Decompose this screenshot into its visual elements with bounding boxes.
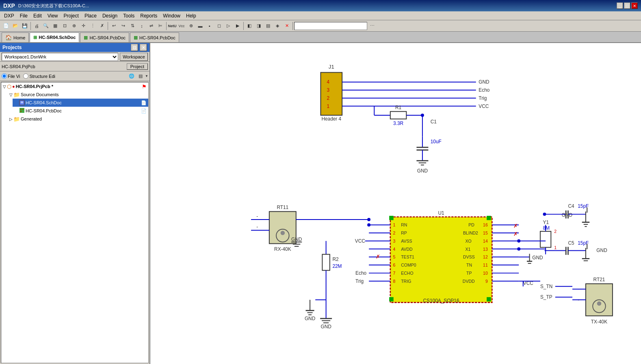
tree-item-source-docs[interactable]: ▽ 📁 Source Documents: [7, 90, 148, 99]
open-button[interactable]: 📂: [11, 22, 20, 30]
svg-text:9: 9: [485, 279, 488, 284]
layers-button[interactable]: ▦: [51, 22, 60, 30]
save-button[interactable]: 💾: [20, 22, 29, 30]
workspace-button[interactable]: Workspace: [120, 53, 148, 61]
print-button[interactable]: 🖨: [32, 22, 41, 30]
toolbar-sep-4: [243, 22, 244, 30]
tree-area: ▽ ⬡ ● HC-SR04.PrjPcb * ⚑ ▽ 📁 Source Docu…: [1, 82, 149, 363]
distribute-button[interactable]: ⊨: [156, 22, 165, 30]
menu-place[interactable]: Place: [82, 13, 99, 19]
left-panel: Projects ⊡ ✕ Workspace1.DsnWrk Workspace…: [0, 43, 150, 364]
minimize-button[interactable]: _: [617, 2, 623, 9]
structure-view-radio[interactable]: Structure Edi: [23, 73, 55, 79]
flip-v-button[interactable]: ↕: [137, 22, 146, 30]
menu-edit[interactable]: Edit: [31, 13, 44, 19]
bus-button[interactable]: ▬: [196, 22, 205, 30]
svg-text:13: 13: [483, 247, 488, 252]
expand-source[interactable]: ▽: [9, 93, 13, 97]
zoom-button[interactable]: 🔍: [41, 22, 50, 30]
svg-text:1: 1: [554, 245, 557, 250]
power-button[interactable]: ⊕: [186, 22, 195, 30]
svg-point-179: [517, 248, 520, 251]
file-view-radio[interactable]: File Vi: [2, 73, 20, 79]
new-button[interactable]: 📄: [2, 22, 11, 30]
svg-rect-53: [389, 216, 394, 220]
svg-text:-: -: [256, 213, 258, 219]
menu-dxp[interactable]: DXP: [2, 13, 17, 19]
inspect-button[interactable]: ⊕: [69, 22, 78, 30]
zoom-input[interactable]: [294, 22, 367, 30]
crosshair-button[interactable]: ✛: [79, 22, 88, 30]
netlist-button[interactable]: NetU: [168, 22, 177, 30]
view-icon-1[interactable]: 🌐: [128, 72, 136, 80]
tab-home[interactable]: 🏠 Home: [2, 32, 29, 42]
hier2-button[interactable]: ▶: [233, 22, 242, 30]
expand-generated[interactable]: ▷: [9, 117, 13, 121]
tool3-button[interactable]: ▤: [264, 22, 273, 30]
tab-pcbdoc-2-label: HC-SR04.PcbDoc: [139, 35, 175, 40]
svg-text:S_TN: S_TN: [540, 284, 552, 289]
tool4-button[interactable]: ◈: [273, 22, 282, 30]
tab-pcbdoc-2[interactable]: ▦ HC-SR04.PcbDoc: [130, 32, 179, 42]
project-bar: Project: [0, 62, 149, 71]
workspace-select[interactable]: Workspace1.DsnWrk: [2, 53, 118, 61]
project-button[interactable]: Project: [127, 63, 148, 70]
tree-item-schdoc[interactable]: HC-SR04.SchDoc 📄: [13, 99, 148, 107]
panel-close-button[interactable]: ✕: [140, 44, 147, 51]
gnd-u1-middle: GND: [519, 254, 543, 263]
menu-help[interactable]: Help: [184, 13, 199, 19]
svg-text:5: 5: [393, 254, 395, 259]
tree-item-generated[interactable]: ▷ 📁 Generated: [7, 115, 148, 123]
menu-file[interactable]: File: [17, 13, 30, 19]
tree-item-project[interactable]: ▽ ⬡ ● HC-SR04.PrjPcb * ⚑: [1, 82, 148, 90]
bus2-button[interactable]: ▪: [205, 22, 214, 30]
J1-label: J1: [329, 64, 334, 70]
delete-button[interactable]: ✕: [282, 22, 291, 30]
pcb-icon-2: ▦: [134, 35, 138, 40]
hier1-button[interactable]: ▷: [224, 22, 233, 30]
menu-tools[interactable]: Tools: [121, 13, 137, 19]
panel-header: Projects ⊡ ✕: [0, 43, 149, 52]
view-dropdown[interactable]: ▼: [145, 72, 148, 80]
svg-text:22M: 22M: [332, 263, 342, 269]
more-button[interactable]: ⋯: [368, 22, 377, 30]
menu-project[interactable]: Project: [61, 13, 81, 19]
svg-text:Trig: Trig: [355, 278, 364, 284]
component-button[interactable]: ⊡: [60, 22, 69, 30]
redo-button[interactable]: ↪: [119, 22, 128, 30]
wire-button[interactable]: ⋮: [88, 22, 97, 30]
flip-h-button[interactable]: ⇅: [128, 22, 137, 30]
svg-rect-54: [487, 216, 491, 220]
tool2-button[interactable]: ◨: [254, 22, 263, 30]
vcc-button[interactable]: Vcc: [177, 22, 186, 30]
svg-text:Y1: Y1: [543, 220, 549, 225]
svg-text:TP: TP: [466, 271, 472, 276]
expand-project[interactable]: ▽: [2, 84, 7, 89]
menu-view[interactable]: View: [45, 13, 61, 19]
svg-text:‖: ‖: [586, 207, 589, 213]
menu-design[interactable]: Design: [100, 13, 120, 19]
title-bar: DXP D:\360安全浏览器下载\CS100A-C... _ □ ✕: [0, 0, 641, 11]
tree-item-pcbdoc[interactable]: HC-SR04.PcbDoc 📄: [13, 107, 148, 115]
tab-pcbdoc-1[interactable]: ▦ HC-SR04.PcbDoc: [80, 32, 129, 42]
maximize-button[interactable]: □: [624, 2, 630, 9]
close-button[interactable]: ✕: [631, 2, 638, 9]
titlebar-left: DXP D:\360安全浏览器下载\CS100A-C...: [3, 2, 89, 9]
tool1-button[interactable]: ◧: [245, 22, 254, 30]
panel-float-button[interactable]: ⊡: [131, 44, 138, 51]
tree-schdoc-label: HC-SR04.SchDoc: [26, 100, 62, 105]
pcb-icon-1: ▦: [84, 35, 88, 40]
gate-button[interactable]: ◻: [214, 22, 223, 30]
undo-button[interactable]: ↩: [109, 22, 118, 30]
svg-text:16: 16: [483, 222, 488, 227]
svg-text:TEST1: TEST1: [401, 254, 414, 259]
cross2-button[interactable]: ✗: [97, 22, 106, 30]
menu-reports[interactable]: Reports: [138, 13, 160, 19]
pcbdoc-doc-icon: 📄: [141, 108, 147, 114]
menu-window[interactable]: Window: [160, 13, 183, 19]
view-icon-2[interactable]: ▤: [136, 72, 145, 80]
component-TX40K: RT21 TX-40K - -: [572, 277, 613, 325]
align-button[interactable]: ⇌: [147, 22, 156, 30]
svg-text:GND: GND: [596, 248, 607, 253]
tab-schdoc[interactable]: ⊞ HC-SR04.SchDoc: [30, 32, 79, 42]
